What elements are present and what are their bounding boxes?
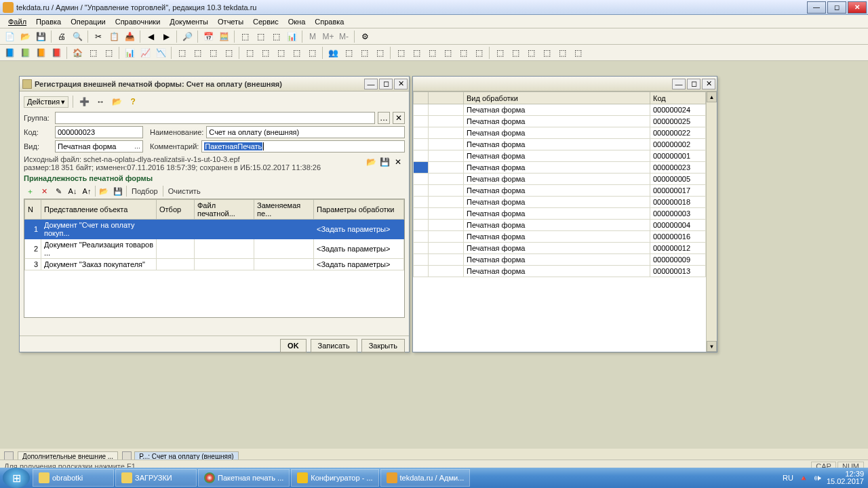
menu-operations[interactable]: Операции bbox=[66, 16, 109, 27]
tb2-icon[interactable]: 🏠 bbox=[71, 46, 84, 60]
ok-button[interactable]: OK bbox=[280, 339, 307, 352]
actions-menu[interactable]: Действия ▾ bbox=[24, 96, 68, 108]
toolbar-icon[interactable]: M bbox=[306, 30, 319, 43]
table-row[interactable]: 1Документ "Счет на оплату покуп...<Задат… bbox=[25, 220, 404, 239]
save-icon[interactable]: 💾 bbox=[34, 30, 47, 43]
col-obj[interactable]: Представление объекта bbox=[41, 200, 157, 220]
maximize-button[interactable]: ◻ bbox=[827, 1, 846, 14]
open-file-icon[interactable]: 📂 bbox=[364, 155, 378, 169]
list-row[interactable]: Печатная форма000000005 bbox=[414, 174, 706, 185]
tb2-icon[interactable]: 📗 bbox=[18, 46, 32, 60]
toolbar-icon[interactable]: 📂 bbox=[110, 95, 123, 108]
scrollbar[interactable]: ▲ ▼ bbox=[706, 92, 717, 352]
tb2-icon[interactable]: ⬚ bbox=[357, 46, 371, 60]
tb2-icon[interactable]: ⬚ bbox=[441, 46, 454, 60]
menu-help[interactable]: Справка bbox=[311, 16, 348, 27]
list-row[interactable]: Печатная форма000000002 bbox=[414, 139, 706, 150]
col-otbor[interactable]: Отбор bbox=[157, 200, 195, 220]
tb2-icon[interactable]: ⬚ bbox=[493, 46, 507, 60]
tb2-icon[interactable]: ⬚ bbox=[425, 46, 439, 60]
tb2-icon[interactable]: ⬚ bbox=[472, 46, 486, 60]
toolbar-icon[interactable]: ⬚ bbox=[254, 30, 267, 43]
sort-desc-icon[interactable]: A↑ bbox=[81, 185, 93, 197]
list-row[interactable]: Печатная форма000000024 bbox=[414, 104, 706, 116]
col-code[interactable]: Код bbox=[650, 92, 706, 104]
select-button[interactable]: … bbox=[378, 112, 390, 124]
col-type[interactable]: Вид обработки bbox=[464, 92, 650, 104]
delete-file-icon[interactable]: ✕ bbox=[391, 155, 405, 169]
task-item[interactable]: tekdata.ru / Адми... bbox=[380, 469, 471, 487]
col-n[interactable]: N bbox=[25, 200, 41, 220]
list-close[interactable]: ✕ bbox=[702, 79, 715, 89]
save-button[interactable]: Записать bbox=[311, 339, 357, 352]
task-item[interactable]: Конфигуратор - ... bbox=[291, 469, 378, 487]
scroll-down-icon[interactable]: ▼ bbox=[707, 341, 717, 352]
comment-input[interactable]: ПакетнаяПечать bbox=[201, 140, 405, 152]
task-item[interactable]: ЗАГРУЗКИ bbox=[115, 469, 197, 487]
sort-asc-icon[interactable]: A↓ bbox=[66, 185, 79, 197]
tb2-icon[interactable]: ⬚ bbox=[571, 46, 585, 60]
objects-table[interactable]: N Представление объекта Отбор Файл печат… bbox=[24, 199, 404, 270]
tray-icon[interactable]: 🕪 bbox=[814, 474, 821, 482]
table-row[interactable]: 3Документ "Заказ покупателя"<Задать пара… bbox=[25, 259, 404, 270]
list-row[interactable]: Печатная форма000000016 bbox=[414, 231, 706, 243]
list-table[interactable]: Вид обработки Код Печатная форма00000002… bbox=[413, 92, 706, 277]
clear-button[interactable]: ✕ bbox=[393, 112, 405, 124]
clear-button[interactable]: Очистить bbox=[165, 186, 203, 196]
task-item[interactable]: obrabotki bbox=[33, 469, 114, 487]
tb2-icon[interactable]: 👥 bbox=[326, 46, 340, 60]
list-row[interactable]: Печатная форма000000023 bbox=[414, 162, 706, 174]
back-icon[interactable]: ◀ bbox=[144, 30, 157, 43]
find-icon[interactable]: 🔎 bbox=[180, 30, 194, 43]
tb2-icon[interactable]: ⬚ bbox=[258, 46, 272, 60]
tb2-icon[interactable]: ⬚ bbox=[555, 46, 569, 60]
group-input[interactable] bbox=[55, 112, 375, 124]
print-icon[interactable]: 🖨 bbox=[55, 30, 68, 43]
podbor-button[interactable]: Подбор bbox=[129, 186, 161, 196]
list-minimize[interactable]: — bbox=[672, 79, 686, 89]
tb2-icon[interactable]: 📘 bbox=[3, 46, 16, 60]
toolbar-icon[interactable]: ⚙ bbox=[358, 30, 372, 43]
tb2-icon[interactable]: ⬚ bbox=[290, 46, 303, 60]
calc-icon[interactable]: 🧮 bbox=[217, 30, 231, 43]
tb2-icon[interactable]: ⬚ bbox=[222, 46, 235, 60]
tb2-icon[interactable]: ⬚ bbox=[509, 46, 522, 60]
tb2-icon[interactable]: ⬚ bbox=[102, 46, 115, 60]
col-param[interactable]: Параметры обработки bbox=[314, 200, 404, 220]
minimize-button[interactable]: — bbox=[807, 1, 826, 14]
open-icon[interactable]: 📂 bbox=[18, 30, 32, 43]
toolbar-icon[interactable]: M+ bbox=[321, 30, 335, 43]
menu-documents[interactable]: Документы bbox=[165, 16, 212, 27]
dialog-minimize[interactable]: — bbox=[364, 79, 378, 89]
tb2-icon[interactable]: ⬚ bbox=[540, 46, 553, 60]
tb2-icon[interactable]: ⬚ bbox=[175, 46, 189, 60]
start-button[interactable]: ⊞ bbox=[3, 468, 30, 488]
col-file[interactable]: Файл печатной... bbox=[195, 200, 254, 220]
col-repl[interactable]: Заменяемая пе... bbox=[254, 200, 314, 220]
tb2-icon[interactable]: ⬚ bbox=[342, 46, 355, 60]
tb2-icon[interactable]: 📊 bbox=[123, 46, 136, 60]
calendar-icon[interactable]: 📅 bbox=[201, 30, 215, 43]
col-icon[interactable] bbox=[414, 92, 429, 104]
toolbar-icon[interactable]: 📊 bbox=[285, 30, 298, 43]
scroll-up-icon[interactable]: ▲ bbox=[707, 92, 717, 102]
tb2-icon[interactable]: 📕 bbox=[50, 46, 63, 60]
menu-reports[interactable]: Отчеты bbox=[214, 16, 248, 27]
save-file-icon[interactable]: 💾 bbox=[378, 155, 391, 169]
list-row[interactable]: Печатная форма000000025 bbox=[414, 116, 706, 127]
tb2-icon[interactable]: ⬚ bbox=[191, 46, 204, 60]
tb2-icon[interactable]: ⬚ bbox=[394, 46, 408, 60]
col-icon2[interactable] bbox=[429, 92, 464, 104]
tb2-icon[interactable]: ⬚ bbox=[86, 46, 100, 60]
clock[interactable]: 12:39 15.02.2017 bbox=[827, 470, 864, 485]
paste-icon[interactable]: 📥 bbox=[123, 30, 136, 43]
tb2-icon[interactable]: ⬚ bbox=[274, 46, 288, 60]
list-row[interactable]: Печатная форма000000009 bbox=[414, 254, 706, 266]
forward-icon[interactable]: ▶ bbox=[159, 30, 173, 43]
tb2-icon[interactable]: ⬚ bbox=[373, 46, 387, 60]
help-icon[interactable]: ? bbox=[126, 95, 140, 108]
list-row[interactable]: Печатная форма000000001 bbox=[414, 150, 706, 162]
new-icon[interactable]: 📄 bbox=[3, 30, 16, 43]
toolbar-icon[interactable]: ➕ bbox=[77, 95, 91, 108]
list-row[interactable]: Печатная форма000000022 bbox=[414, 127, 706, 139]
